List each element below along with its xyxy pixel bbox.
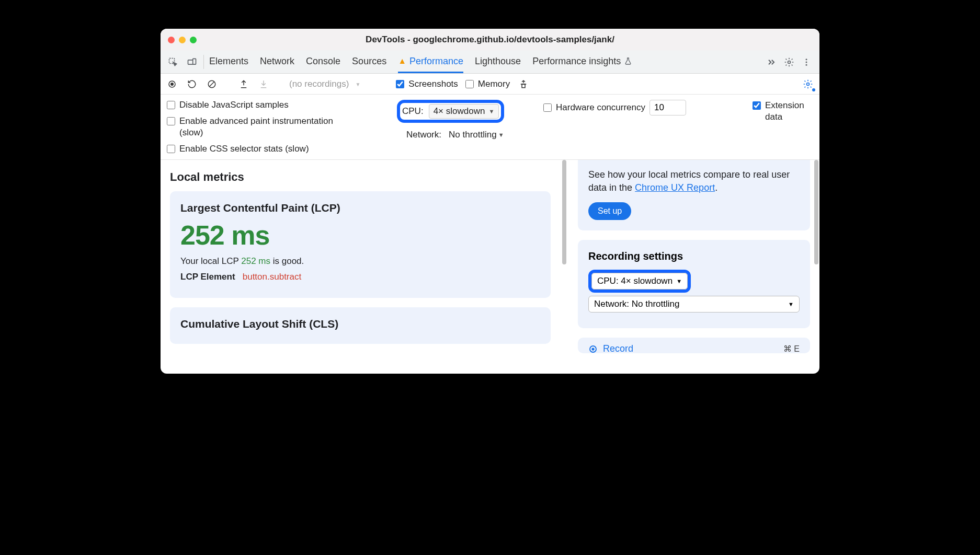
tab-sources[interactable]: Sources [352,51,386,73]
cpu-throttle-value: 4× slowdown [434,106,485,116]
capture-settings-gear-icon[interactable] [802,78,814,90]
css-selector-stats-checkbox[interactable] [167,145,175,153]
record-icon[interactable] [166,78,178,90]
gc-icon[interactable] [517,78,530,90]
hw-concurrency-input[interactable] [649,100,686,115]
record-row[interactable]: Record [588,343,633,353]
settings-gear-icon[interactable] [784,57,794,67]
field-data-card: See how your local metrics compare to re… [578,160,810,230]
tabbar-actions [761,51,816,73]
svg-line-10 [210,82,214,86]
kebab-menu-icon[interactable] [802,57,811,67]
memory-checkbox[interactable] [465,80,474,88]
main-panel: Local metrics Largest Contentful Paint (… [161,160,560,372]
memory-label: Memory [478,79,510,89]
network-throttle-select[interactable]: No throttling [447,128,508,142]
adv-paint-row: Enable advanced paint instrumentation (s… [167,115,397,138]
tab-label: Console [306,56,340,67]
lcp-desc-post: is good. [270,256,304,266]
download-icon[interactable] [257,78,270,90]
recording-cpu-select[interactable]: CPU: 4× slowdown [591,273,688,290]
tab-performance-insights[interactable]: Performance insights [532,51,632,73]
tab-label: Performance insights [532,56,621,67]
settings-col-checkboxes: Disable JavaScript samples Enable advanc… [167,100,397,154]
field-data-post: . [715,182,717,193]
extension-data-row: Extension data [753,100,819,123]
recording-network-select[interactable]: Network: No throttling [588,296,800,313]
hw-concurrency-label: Hardware concurrency [556,102,645,113]
reload-icon[interactable] [186,78,198,90]
lcp-card: Largest Contentful Paint (LCP) 252 ms Yo… [170,191,551,298]
recordings-dropdown[interactable]: (no recordings) ▼ [289,79,360,89]
tab-elements[interactable]: Elements [209,51,248,73]
recordings-label: (no recordings) [289,79,349,89]
css-selector-stats-label: Enable CSS selector stats (slow) [179,144,309,154]
disable-js-samples-checkbox[interactable] [167,101,175,109]
window-title: DevTools - googlechrome.github.io/devtoo… [161,34,819,45]
lcp-title: Largest Contentful Paint (LCP) [180,202,540,214]
cpu-throttle-row: CPU: 4× slowdown [397,100,543,123]
screenshots-checkbox-row: Screenshots [396,79,458,89]
lcp-element-value[interactable]: button.subtract [243,272,301,282]
record-card: Record ⌘ E [578,338,810,353]
extension-data-checkbox[interactable] [753,101,761,110]
extension-data-label: Extension data [765,100,812,123]
devtools-tabbar: Elements Network Console Sources ▲ Perfo… [161,51,819,74]
svg-point-3 [788,61,791,63]
flask-icon [624,57,632,65]
memory-checkbox-row: Memory [465,79,510,89]
cpu-throttle-highlight: CPU: 4× slowdown [397,100,504,123]
setup-button[interactable]: Set up [588,202,631,220]
side-scrollbar-thumb[interactable] [814,160,818,264]
clear-icon[interactable] [206,78,218,90]
settings-col-throttle: CPU: 4× slowdown Network: No throttling [397,100,543,154]
adv-paint-label: Enable advanced paint instrumentation (s… [179,115,357,138]
tab-console[interactable]: Console [306,51,340,73]
svg-rect-2 [193,59,196,64]
performance-content: Local metrics Largest Contentful Paint (… [161,160,819,372]
tab-network[interactable]: Network [260,51,294,73]
inspect-element-icon[interactable] [164,51,183,73]
devtools-window: DevTools - googlechrome.github.io/devtoo… [161,29,819,374]
cpu-label: CPU: [402,106,424,117]
disable-js-samples-row: Disable JavaScript samples [167,100,397,110]
warning-icon: ▲ [398,56,406,66]
tab-performance[interactable]: ▲ Performance [398,51,463,73]
cls-title: Cumulative Layout Shift (CLS) [180,318,540,330]
side-panel: See how your local metrics compare to re… [568,160,819,372]
lcp-element-label: LCP Element [180,272,235,282]
hw-concurrency-row: Hardware concurrency [543,100,753,115]
tab-label: Elements [209,56,248,67]
more-tabs-icon[interactable] [766,57,777,67]
capture-settings-panel: Disable JavaScript samples Enable advanc… [161,95,819,160]
recording-cpu-value: CPU: 4× slowdown [597,276,673,286]
svg-point-6 [806,64,807,65]
network-throttle-value: No throttling [449,130,497,140]
upload-icon[interactable] [237,78,250,90]
svg-point-12 [807,83,810,85]
adv-paint-checkbox[interactable] [167,117,175,125]
record-label: Record [603,343,633,353]
cpu-throttle-select[interactable]: 4× slowdown [429,104,499,119]
svg-point-5 [806,61,807,63]
hw-concurrency-checkbox[interactable] [543,103,552,112]
lcp-element-row: LCP Element button.subtract [180,272,540,282]
svg-rect-11 [522,84,525,88]
crux-report-link[interactable]: Chrome UX Report [635,182,715,193]
settings-col-hw: Hardware concurrency [543,100,753,154]
main-scrollbar[interactable] [560,160,568,372]
disable-js-samples-label: Disable JavaScript samples [179,100,289,110]
main-scrollbar-thumb[interactable] [562,160,566,264]
recording-cpu-highlight: CPU: 4× slowdown [588,270,691,293]
lcp-desc-value: 252 ms [241,256,270,266]
svg-point-4 [806,59,807,60]
tab-lighthouse[interactable]: Lighthouse [475,51,521,73]
settings-col-ext: Extension data [753,100,819,154]
recording-settings-card: Recording settings CPU: 4× slowdown Netw… [578,240,810,328]
tabs-list: Elements Network Console Sources ▲ Perfo… [206,51,761,73]
css-selector-stats-row: Enable CSS selector stats (slow) [167,144,397,154]
record-dot-icon [588,344,598,353]
recording-settings-title: Recording settings [588,250,800,262]
screenshots-checkbox[interactable] [396,80,404,88]
device-toolbar-icon[interactable] [183,51,201,73]
